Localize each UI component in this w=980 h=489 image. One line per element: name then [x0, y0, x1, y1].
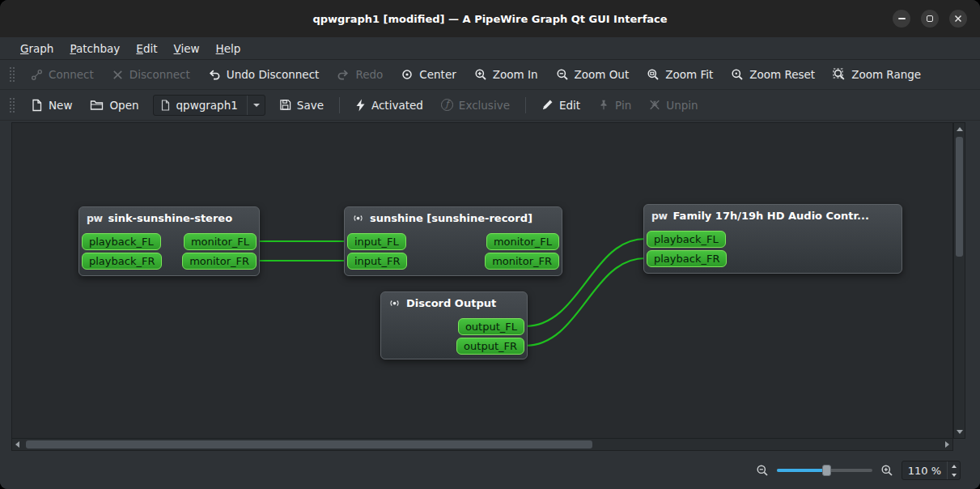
disconnect-label: Disconnect: [129, 68, 190, 81]
zoom-in-label: Zoom In: [493, 68, 538, 81]
redo-button[interactable]: Redo: [328, 63, 392, 86]
port-input-fl[interactable]: input_FL: [347, 233, 406, 250]
vertical-scroll-handle[interactable]: [956, 137, 963, 257]
port-monitor-fr[interactable]: monitor_FR: [485, 253, 559, 270]
pin-icon: [598, 99, 609, 111]
close-button[interactable]: [949, 10, 967, 28]
connect-icon: [31, 69, 43, 81]
node-title: sink-sunshine-stereo: [108, 212, 233, 224]
zoom-range-icon: [833, 68, 846, 81]
scroll-left-arrow[interactable]: [15, 441, 19, 448]
statusbar: 110 %: [0, 451, 980, 489]
port-input-fr[interactable]: input_FR: [347, 253, 407, 270]
chevron-down-icon[interactable]: [247, 96, 260, 115]
zoom-range-button[interactable]: Zoom Range: [824, 63, 930, 86]
port-playback-fl[interactable]: playback_FL: [82, 233, 161, 250]
port-monitor-fr[interactable]: monitor_FR: [182, 253, 257, 270]
minimize-button[interactable]: [893, 10, 910, 28]
menu-graph[interactable]: Graph: [13, 40, 61, 57]
menu-view[interactable]: View: [167, 40, 207, 57]
app-window: qpwgraph1 [modified] — A PipeWire Graph …: [0, 0, 980, 489]
chevron-down-icon: [952, 474, 957, 477]
horizontal-scrollbar[interactable]: [11, 439, 953, 451]
zoom-out-button[interactable]: Zoom Out: [547, 63, 638, 86]
scroll-right-arrow[interactable]: [945, 441, 949, 448]
toolbar-drag-handle[interactable]: [10, 98, 15, 113]
port-output-fr[interactable]: output_FR: [456, 338, 524, 355]
edit-toggle[interactable]: Edit: [532, 94, 589, 117]
zoom-slider[interactable]: [777, 463, 872, 478]
save-label: Save: [297, 99, 324, 112]
zoom-spinbox[interactable]: 110 %: [902, 461, 961, 480]
port-monitor-fl[interactable]: monitor_FL: [486, 233, 559, 250]
unpin-button[interactable]: Unpin: [640, 94, 706, 117]
window-title: qpwgraph1 [modified] — A PipeWire Graph …: [312, 13, 667, 25]
zoom-reset-button[interactable]: Zoom Reset: [722, 63, 824, 86]
menu-help[interactable]: Help: [209, 40, 248, 57]
zoom-reset-label: Zoom Reset: [749, 68, 815, 81]
input-ports: playback_FL playback_FR: [82, 233, 162, 270]
open-button[interactable]: Open: [81, 94, 147, 117]
application-icon: [352, 212, 364, 224]
window-controls: [893, 0, 967, 37]
zoom-out-label: Zoom Out: [575, 68, 630, 81]
center-button[interactable]: Center: [392, 63, 465, 86]
toolbar-separator: [339, 97, 340, 113]
maximize-icon: [927, 15, 933, 22]
node-sink-sunshine-stereo[interactable]: pw sink-sunshine-stereo playback_FL play…: [78, 206, 260, 276]
zoom-slider-handle[interactable]: [822, 465, 831, 476]
exclusive-toggle[interactable]: ƒ Exclusive: [432, 94, 519, 117]
menu-patchbay[interactable]: Patchbay: [62, 40, 127, 57]
zoom-in-button[interactable]: Zoom In: [465, 63, 547, 86]
port-output-fl[interactable]: output_FL: [458, 318, 524, 335]
output-ports: monitor_FL monitor_FR: [182, 233, 257, 270]
toolbar-graph: Connect Disconnect Undo Disconnect Redo …: [0, 60, 980, 90]
titlebar[interactable]: qpwgraph1 [modified] — A PipeWire Graph …: [0, 0, 980, 37]
scrollbar-corner: [953, 439, 965, 451]
node-family-hd-audio[interactable]: pw Family 17h/19h HD Audio Contr... play…: [643, 204, 902, 274]
zoom-fit-icon: [647, 68, 660, 81]
node-sunshine-record[interactable]: sunshine [sunshine-record] input_FL inpu…: [344, 206, 562, 276]
node-discord-output[interactable]: Discord Output output_FL output_FR: [380, 291, 528, 359]
scroll-down-arrow[interactable]: [957, 430, 963, 434]
port-playback-fr[interactable]: playback_FR: [82, 253, 162, 270]
zoom-in-icon[interactable]: [880, 464, 893, 477]
spin-up-button[interactable]: [948, 461, 960, 470]
pin-label: Pin: [615, 99, 631, 112]
undo-disconnect-button[interactable]: Undo Disconnect: [199, 63, 329, 86]
menu-edit[interactable]: Edit: [129, 40, 164, 57]
input-ports: playback_FL playback_FR: [647, 231, 727, 267]
application-icon: [388, 297, 401, 309]
exclusive-label: Exclusive: [459, 99, 510, 112]
lightning-icon: [355, 99, 366, 112]
zoom-out-icon[interactable]: [756, 464, 769, 477]
center-label: Center: [419, 68, 456, 81]
patchbay-file-icon: [160, 100, 171, 111]
activated-toggle[interactable]: Activated: [346, 94, 432, 117]
connect-button[interactable]: Connect: [22, 63, 103, 86]
maximize-button[interactable]: [921, 10, 939, 28]
port-monitor-fl[interactable]: monitor_FL: [184, 233, 257, 250]
zoom-in-icon: [474, 68, 487, 81]
disconnect-button[interactable]: Disconnect: [103, 63, 199, 86]
spin-down-button[interactable]: [948, 470, 960, 479]
toolbar-drag-handle[interactable]: [10, 67, 15, 82]
open-folder-icon: [90, 99, 104, 111]
save-button[interactable]: Save: [270, 94, 333, 117]
output-ports: output_FL output_FR: [456, 318, 524, 355]
port-playback-fl[interactable]: playback_FL: [647, 231, 726, 248]
horizontal-scroll-handle[interactable]: [26, 440, 592, 449]
unpin-label: Unpin: [666, 99, 698, 112]
zoom-fit-button[interactable]: Zoom Fit: [638, 63, 722, 86]
scroll-up-arrow[interactable]: [957, 127, 963, 131]
chevron-up-icon: [952, 465, 957, 468]
graph-canvas[interactable]: pw sink-sunshine-stereo playback_FL play…: [11, 122, 953, 439]
vertical-scrollbar[interactable]: [953, 122, 965, 439]
port-playback-fr[interactable]: playback_FR: [647, 250, 727, 267]
session-combo[interactable]: qpwgraph1: [153, 95, 265, 116]
undo-icon: [208, 68, 221, 81]
pin-button[interactable]: Pin: [589, 94, 640, 117]
connect-label: Connect: [49, 68, 94, 81]
node-header: Discord Output: [381, 292, 527, 311]
new-button[interactable]: New: [22, 94, 81, 117]
